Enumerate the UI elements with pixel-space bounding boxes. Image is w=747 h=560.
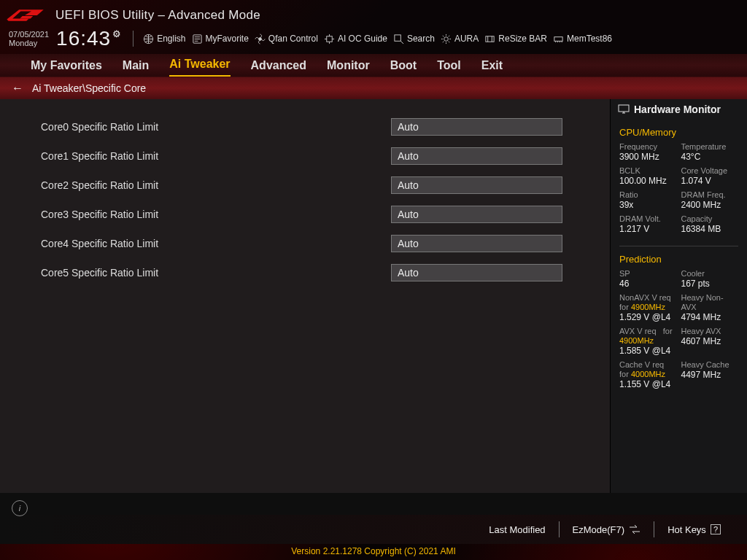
setting-value-input[interactable] (391, 176, 562, 194)
copyright-text: Version 2.21.1278 Copyright (C) 2021 AMI (0, 544, 747, 560)
time-text: 16:43 (56, 27, 111, 50)
hw-label: Heavy AVX (681, 327, 739, 336)
title-bar: UEFI BIOS Utility – Advanced Mode (0, 0, 747, 26)
setting-label: Core5 Specific Ratio Limit (41, 267, 391, 279)
svg-marker-1 (20, 16, 33, 18)
date-text: 07/05/2021 (9, 30, 49, 39)
language-button[interactable]: English (142, 32, 187, 46)
resize-icon (484, 34, 495, 44)
page-title: UEFI BIOS Utility – Advanced Mode (55, 8, 260, 23)
search-button[interactable]: Search (392, 32, 436, 46)
setting-value-input[interactable] (391, 206, 562, 223)
rog-logo-icon (4, 6, 45, 25)
hw-label: Cooler (681, 269, 739, 279)
setting-row[interactable]: Core4 Specific Ratio Limit (41, 229, 589, 258)
hw-label: Cache V reqfor 4000MHz (619, 360, 677, 379)
hw-value: 43°C (681, 152, 739, 165)
last-modified-button[interactable]: Last Modified (476, 521, 558, 537)
setting-value-input[interactable] (391, 235, 562, 252)
setting-row[interactable]: Core1 Specific Ratio Limit (41, 141, 589, 171)
day-text: Monday (9, 39, 49, 47)
tab-boot[interactable]: Boot (390, 55, 417, 77)
setting-label: Core3 Specific Ratio Limit (41, 209, 391, 220)
settings-panel: Core0 Specific Ratio Limit Core1 Specifi… (0, 99, 610, 493)
setting-label: Core1 Specific Ratio Limit (41, 150, 391, 162)
tab-tool[interactable]: Tool (437, 55, 461, 77)
nav-tabs: My Favorites Main Ai Tweaker Advanced Mo… (0, 54, 747, 77)
separator (133, 31, 133, 47)
setting-label: Core4 Specific Ratio Limit (41, 238, 391, 249)
fan-icon (255, 34, 266, 44)
hw-label: Heavy Non-AVX (681, 293, 739, 312)
hardware-monitor-panel: Hardware Monitor CPU/Memory Frequency390… (610, 99, 747, 493)
hw-value: 1.074 V (681, 176, 739, 189)
tab-my-favorites[interactable]: My Favorites (31, 55, 102, 77)
setting-label: Core0 Specific Ratio Limit (41, 121, 391, 133)
hw-label: SP (619, 269, 677, 279)
hw-label: BCLK (619, 166, 677, 176)
setting-row[interactable]: Core0 Specific Ratio Limit (41, 112, 589, 141)
hw-label: DRAM Volt. (619, 214, 677, 224)
hw-grid-cpu: Frequency3900 MHz Temperature43°C BCLK10… (611, 142, 747, 243)
hw-value: 16384 MB (681, 224, 739, 237)
breadcrumb-text: Ai Tweaker\Specific Core (32, 82, 146, 94)
back-arrow-icon[interactable]: ← (12, 82, 23, 95)
hw-label: Frequency (619, 142, 677, 152)
myfavorite-button[interactable]: MyFavorite (190, 32, 250, 46)
setting-label: Core2 Specific Ratio Limit (41, 179, 391, 191)
ezmode-button[interactable]: EzMode(F7) (560, 521, 654, 537)
hw-label: Core Voltage (681, 166, 739, 176)
aioc-button[interactable]: AI OC Guide (322, 32, 389, 46)
hw-value: 4794 MHz (681, 312, 739, 325)
hw-value: 3900 MHz (619, 152, 677, 165)
hw-label: Ratio (619, 190, 677, 200)
hw-value: 4497 MHz (681, 370, 739, 383)
favorite-icon (192, 34, 203, 44)
memtest-button[interactable]: MemTest86 (551, 32, 614, 46)
aura-button[interactable]: AURA (439, 32, 480, 46)
hw-label: DRAM Freq. (681, 190, 739, 200)
monitor-icon (618, 104, 630, 114)
memory-icon (553, 34, 564, 44)
main-area: Core0 Specific Ratio Limit Core1 Specifi… (0, 99, 747, 493)
hw-label: Capacity (681, 214, 739, 224)
hw-title: Hardware Monitor (611, 99, 747, 121)
hw-section-cpu: CPU/Memory (611, 121, 747, 142)
setting-value-input[interactable] (391, 118, 562, 136)
svg-rect-5 (327, 36, 333, 42)
tab-exit[interactable]: Exit (481, 55, 503, 77)
hw-value: 1.529 V @L4 (619, 312, 677, 325)
chip-icon (324, 34, 335, 44)
divider (619, 246, 738, 246)
hw-grid-prediction: SP46 Cooler167 pts NonAVX V reqfor 4900M… (611, 269, 747, 398)
svg-rect-9 (554, 36, 562, 41)
time-display[interactable]: 16:43 ⚙ (56, 27, 122, 50)
globe-icon (143, 34, 154, 44)
svg-rect-8 (486, 36, 494, 42)
tab-main[interactable]: Main (123, 55, 149, 77)
hw-label: Temperature (681, 142, 739, 152)
svg-rect-6 (395, 34, 400, 40)
setting-value-input[interactable] (391, 264, 562, 281)
tab-ai-tweaker[interactable]: Ai Tweaker (169, 53, 230, 77)
hw-section-prediction: Prediction (611, 248, 747, 269)
resizebar-button[interactable]: ReSize BAR (483, 32, 549, 46)
tab-monitor[interactable]: Monitor (327, 55, 370, 77)
setting-value-input[interactable] (391, 147, 562, 165)
tool-strip: 07/05/2021 Monday 16:43 ⚙ English MyFavo… (0, 26, 747, 54)
hotkeys-button[interactable]: Hot Keys ? (654, 521, 734, 537)
hw-value: 100.00 MHz (619, 176, 677, 189)
hw-value: 1.155 V @L4 (619, 379, 677, 392)
hw-value: 2400 MHz (681, 200, 739, 213)
hw-label: AVX V req for4900MHz (619, 327, 677, 346)
tab-advanced[interactable]: Advanced (251, 55, 306, 77)
setting-row[interactable]: Core3 Specific Ratio Limit (41, 200, 589, 229)
qfan-button[interactable]: Qfan Control (253, 32, 320, 46)
setting-row[interactable]: Core5 Specific Ratio Limit (41, 258, 589, 287)
hw-value: 46 (619, 279, 677, 292)
gear-icon[interactable]: ⚙ (112, 28, 122, 39)
setting-row[interactable]: Core2 Specific Ratio Limit (41, 171, 589, 200)
date-box: 07/05/2021 Monday (9, 30, 49, 47)
footer-bar: Last Modified EzMode(F7) Hot Keys ? (0, 515, 747, 544)
info-icon: i (12, 500, 28, 516)
